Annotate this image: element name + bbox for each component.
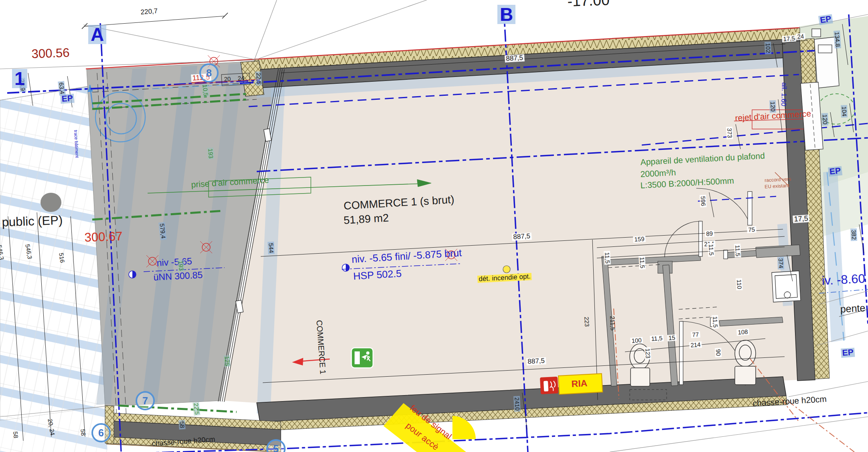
exit-sign-icon (351, 348, 373, 368)
dim-123: 123 (644, 347, 651, 360)
dim-134-8: 134,8 (834, 30, 841, 48)
ep-label-top-right: EP (818, 14, 833, 25)
dim-104: 104 (841, 105, 848, 118)
chasse-roue-wall (105, 406, 281, 452)
dim-579-4: 579,4 (158, 222, 167, 240)
ria-label: RIA (571, 378, 588, 389)
grid-axis-b: B (497, 5, 515, 24)
dim-373: 373 (726, 127, 733, 139)
dim-77: 77 (691, 331, 700, 338)
ventilation-note-2: 2000m³/h (640, 168, 676, 179)
dim-24-a: 24 (237, 75, 245, 82)
dim-58-a: 58 (178, 420, 186, 430)
dim-58-b: 58 (79, 429, 87, 436)
dim-887-mid: 887,5 (512, 232, 532, 241)
floor-plan-page: A B 1 8 7 6 5 300.56 300.67 -17.00 iv. -… (0, 0, 868, 452)
dim-20: 20 (224, 76, 231, 83)
dim-24-b: 24 (796, 33, 805, 40)
dim-887-bottom: 887,5 (526, 357, 546, 365)
elevation-iv-860: iv. -8.60 (821, 272, 866, 287)
smoke-detector-dot (503, 266, 510, 273)
dim-516: 516 (58, 252, 66, 263)
dim-15: 15 (667, 334, 677, 341)
ep-label-bottom-right: EP (841, 348, 855, 358)
dim-11-5-c: 11,5 (708, 243, 715, 257)
elevation-minus-17: -17.00 (567, 0, 610, 10)
dim-100: 100 (630, 337, 643, 344)
dim-220-7: 220,7 (140, 8, 158, 16)
trace-batiment-label: trace bâtiment (73, 130, 79, 158)
elevation-300-56: 300.56 (31, 46, 70, 61)
dim-11-5-a: 11,5 (604, 251, 611, 265)
dim-223: 223 (583, 317, 590, 327)
dim-22-5-top: 22,5 (255, 71, 262, 86)
dim-544: 544 (268, 242, 275, 254)
grid-bubble-6: 6 (91, 423, 111, 442)
dim-214-bottom: 214 (689, 341, 702, 349)
fire-extinguisher-icon (540, 377, 558, 394)
dim-17-5-mid: 17,5 (793, 214, 809, 223)
dim-159: 159 (633, 236, 646, 243)
grid-bubble-7: 7 (136, 391, 155, 410)
level-note-terrace-1: niv -5.65 (156, 256, 192, 268)
dim-102: 102 (765, 42, 771, 54)
dim-90: 90 (715, 348, 722, 357)
dim-2410: 2410 (513, 396, 521, 412)
dim-63-4: 63,4 (58, 81, 66, 96)
dim-22-5-bottom: 22,5 (193, 402, 201, 416)
public-ep-label: public (EP) (2, 214, 63, 229)
floor-plan-drawing (0, 0, 868, 452)
dim-120-b: 120 (821, 113, 828, 126)
dim-110: 110 (736, 278, 743, 291)
grid-bubble-8: 8 (199, 63, 219, 83)
dim-11-5-f: 11,5 (712, 315, 719, 329)
dim-374: 374 (777, 257, 784, 270)
manhole (41, 193, 61, 212)
dim-120-a: 120 (769, 100, 776, 113)
dim-17-5-top: 17,5 (782, 35, 796, 43)
grid-axis-a: A (88, 25, 106, 44)
commerce-room (224, 40, 799, 414)
dim-10-5: 10,5 (201, 83, 209, 97)
dim-11-5-e: 11,5 (650, 335, 664, 343)
dim-382: 382 (850, 228, 857, 241)
ep-label-mid-right: EP (828, 166, 842, 176)
grid-axis-1: 1 (12, 69, 27, 88)
dim-108: 108 (736, 329, 749, 336)
dim-75: 75 (747, 226, 756, 234)
dim-887-top: 887,5 (505, 54, 525, 63)
dim-11-5-b: 11,5 (639, 256, 646, 270)
sink (772, 271, 801, 302)
dim-89: 89 (705, 230, 714, 238)
dim-193-a: 193 (207, 147, 214, 159)
pente-label: pente (840, 303, 866, 315)
elevation-300-67: 300.67 (84, 230, 123, 244)
allege-label: all. 1.60 (780, 82, 788, 106)
dim-211-5: 211,5 (609, 316, 616, 331)
dim-193-b: 193 (177, 260, 185, 272)
dim-596: 596 (700, 195, 707, 208)
dim-11-5-d: 11,5 (734, 244, 741, 258)
dim-125: 125 (223, 355, 231, 367)
dim-58-c: 58 (12, 431, 19, 438)
